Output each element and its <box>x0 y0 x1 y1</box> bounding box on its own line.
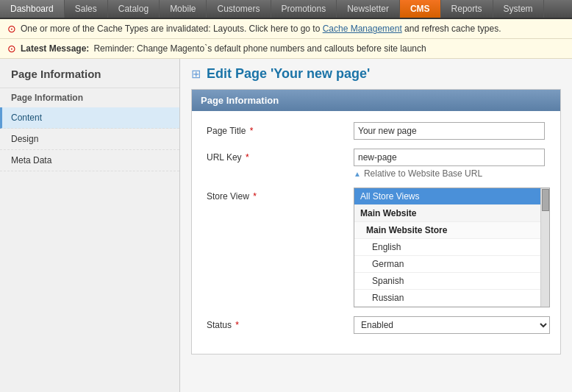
store-view-label: Store View * <box>207 188 354 202</box>
status-field: Enabled Disabled <box>354 316 550 334</box>
store-option-all[interactable]: All Store Views <box>354 188 549 205</box>
message-alert-bar: ⊙ Latest Message: Reminder: Change Magen… <box>0 39 572 59</box>
nav-customers[interactable]: Customers <box>207 0 271 18</box>
url-hint-arrow-icon: ▲ <box>354 170 361 178</box>
required-star-3: * <box>251 191 257 202</box>
status-select[interactable]: Enabled Disabled <box>354 316 550 334</box>
status-label: Status * <box>207 316 354 330</box>
scrollbar-thumb[interactable] <box>542 189 549 211</box>
nav-system[interactable]: System <box>493 0 544 18</box>
url-hint: ▲ Relative to Website Base URL <box>354 168 546 179</box>
sidebar-item-metadata[interactable]: Meta Data <box>0 150 179 171</box>
form-panel-header: Page Information <box>192 90 560 111</box>
store-option-main-website[interactable]: Main Website <box>354 205 549 222</box>
url-key-row: URL Key * ▲ Relative to Website Base URL <box>207 149 546 179</box>
page-title-row: Page Title * <box>207 122 546 140</box>
store-option-main-website-store[interactable]: Main Website Store <box>354 222 549 239</box>
store-view-field: All Store Views Main Website Main Websit… <box>354 188 550 307</box>
store-view-select-container[interactable]: All Store Views Main Website Main Websit… <box>354 188 550 307</box>
sidebar-item-design[interactable]: Design <box>0 129 179 150</box>
page-title-bar: ⊞ Edit Page 'Your new page' <box>191 66 561 82</box>
cache-alert-bar: ⊙ One or more of the Cache Types are inv… <box>0 19 572 39</box>
page-title-label: Page Title * <box>207 122 354 136</box>
cache-alert-text: One or more of the Cache Types are inval… <box>21 23 501 35</box>
required-star-2: * <box>243 152 249 163</box>
store-option-spanish[interactable]: Spanish <box>354 273 549 290</box>
store-option-russian[interactable]: Russian <box>354 290 549 307</box>
main-layout: Page Information Page Information Conten… <box>0 59 572 392</box>
form-panel: Page Information Page Title * URL Key * <box>191 89 561 354</box>
page-icon: ⊞ <box>191 67 201 81</box>
url-key-input[interactable] <box>354 149 545 166</box>
alert-icon-2: ⊙ <box>7 43 16 54</box>
store-view-list[interactable]: All Store Views Main Website Main Websit… <box>354 188 549 307</box>
nav-catalog[interactable]: Catalog <box>108 0 160 18</box>
nav-newsletter[interactable]: Newsletter <box>337 0 400 18</box>
cache-management-link[interactable]: Cache Management <box>323 24 402 34</box>
sidebar-item-content[interactable]: Content <box>0 107 179 129</box>
nav-sales[interactable]: Sales <box>65 0 108 18</box>
store-option-german[interactable]: German <box>354 256 549 273</box>
latest-message-label: Latest Message: <box>21 43 89 54</box>
content-area: ⊞ Edit Page 'Your new page' Page Informa… <box>180 59 572 392</box>
sidebar-title: Page Information <box>0 68 179 88</box>
form-body: Page Title * URL Key * ▲ Re <box>192 111 560 354</box>
store-option-english[interactable]: English <box>354 239 549 256</box>
sidebar: Page Information Page Information Conten… <box>0 59 180 392</box>
latest-message-text: Reminder: Change Magento`s default phone… <box>93 43 426 54</box>
required-star: * <box>247 126 253 136</box>
top-navigation: Dashboard Sales Catalog Mobile Customers… <box>0 0 572 19</box>
status-row: Status * Enabled Disabled <box>207 316 546 334</box>
required-star-4: * <box>233 320 239 330</box>
page-title: Edit Page 'Your new page' <box>207 66 370 82</box>
page-title-field <box>354 122 546 140</box>
nav-dashboard[interactable]: Dashboard <box>0 0 65 18</box>
nav-promotions[interactable]: Promotions <box>271 0 337 18</box>
nav-mobile[interactable]: Mobile <box>160 0 207 18</box>
url-hint-text: Relative to Website Base URL <box>364 168 482 179</box>
url-key-label: URL Key * <box>207 149 354 163</box>
sidebar-section-label: Page Information <box>0 88 179 107</box>
nav-reports[interactable]: Reports <box>441 0 493 18</box>
url-key-field: ▲ Relative to Website Base URL <box>354 149 546 179</box>
store-view-scrollbar[interactable] <box>540 188 549 307</box>
store-view-row: Store View * All Store Views Main Websit… <box>207 188 546 307</box>
page-title-input[interactable] <box>354 122 545 140</box>
nav-cms[interactable]: CMS <box>400 0 441 18</box>
alert-icon: ⊙ <box>7 23 16 35</box>
